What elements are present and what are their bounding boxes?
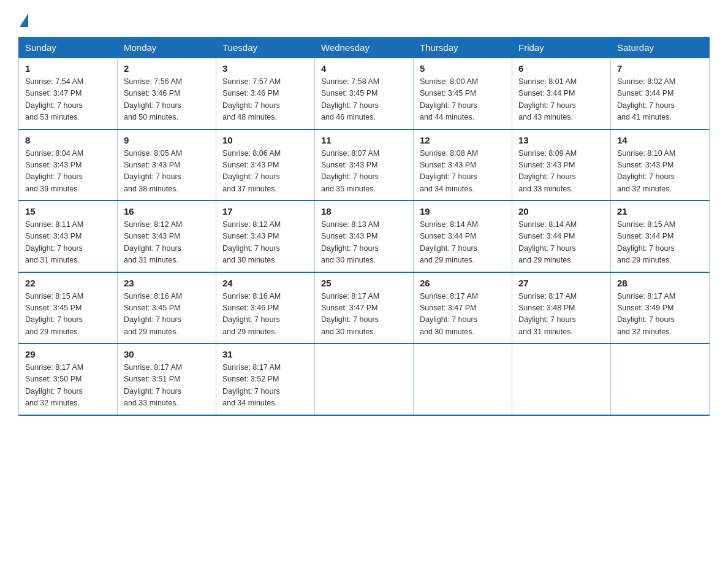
calendar-cell: 9 Sunrise: 8:05 AMSunset: 3:43 PMDayligh… (118, 129, 216, 201)
calendar-cell: 10 Sunrise: 8:06 AMSunset: 3:43 PMDaylig… (216, 129, 315, 201)
day-info: Sunrise: 8:17 AMSunset: 3:47 PMDaylight:… (420, 292, 478, 336)
day-info: Sunrise: 8:17 AMSunset: 3:47 PMDaylight:… (321, 292, 379, 336)
calendar-cell (512, 343, 611, 415)
day-number: 24 (222, 278, 308, 288)
day-number: 8 (25, 135, 111, 145)
calendar-cell (315, 343, 414, 415)
day-number: 27 (518, 278, 604, 288)
calendar-header-sunday: Sunday (19, 37, 118, 58)
day-number: 7 (617, 63, 703, 74)
calendar-cell: 8 Sunrise: 8:04 AMSunset: 3:43 PMDayligh… (19, 129, 118, 201)
day-number: 12 (420, 135, 506, 145)
day-info: Sunrise: 8:01 AMSunset: 3:44 PMDaylight:… (518, 77, 577, 121)
calendar-cell: 4 Sunrise: 7:58 AMSunset: 3:45 PMDayligh… (315, 58, 414, 129)
day-number: 11 (321, 135, 407, 145)
calendar-week-row: 29 Sunrise: 8:17 AMSunset: 3:50 PMDaylig… (19, 343, 710, 415)
day-number: 6 (518, 63, 604, 74)
day-info: Sunrise: 7:58 AMSunset: 3:45 PMDaylight:… (321, 77, 379, 121)
calendar-week-row: 22 Sunrise: 8:15 AMSunset: 3:45 PMDaylig… (19, 272, 710, 344)
day-info: Sunrise: 8:07 AMSunset: 3:43 PMDaylight:… (321, 149, 379, 193)
calendar-cell: 25 Sunrise: 8:17 AMSunset: 3:47 PMDaylig… (315, 272, 414, 344)
calendar-cell: 6 Sunrise: 8:01 AMSunset: 3:44 PMDayligh… (512, 58, 611, 129)
calendar-header-row: SundayMondayTuesdayWednesdayThursdayFrid… (19, 37, 710, 58)
day-info: Sunrise: 8:16 AMSunset: 3:46 PMDaylight:… (222, 292, 281, 336)
calendar-cell (414, 343, 512, 415)
day-info: Sunrise: 8:08 AMSunset: 3:43 PMDaylight:… (420, 149, 478, 193)
calendar-cell: 30 Sunrise: 8:17 AMSunset: 3:51 PMDaylig… (118, 343, 216, 415)
day-number: 23 (124, 278, 210, 288)
day-info: Sunrise: 8:17 AMSunset: 3:48 PMDaylight:… (518, 292, 577, 336)
day-number: 2 (124, 63, 210, 74)
day-number: 19 (420, 206, 506, 216)
day-number: 20 (518, 206, 604, 216)
page-header (18, 12, 710, 26)
day-info: Sunrise: 8:14 AMSunset: 3:44 PMDaylight:… (420, 220, 478, 264)
calendar-cell: 13 Sunrise: 8:09 AMSunset: 3:43 PMDaylig… (512, 129, 611, 201)
calendar-header-wednesday: Wednesday (315, 37, 414, 58)
calendar-cell: 18 Sunrise: 8:13 AMSunset: 3:43 PMDaylig… (315, 201, 414, 272)
day-number: 1 (25, 63, 111, 74)
day-info: Sunrise: 8:02 AMSunset: 3:44 PMDaylight:… (617, 77, 675, 121)
calendar-cell (611, 343, 710, 415)
day-number: 14 (617, 135, 703, 145)
calendar-table: SundayMondayTuesdayWednesdayThursdayFrid… (18, 37, 710, 416)
calendar-cell: 20 Sunrise: 8:14 AMSunset: 3:44 PMDaylig… (512, 201, 611, 272)
calendar-cell: 28 Sunrise: 8:17 AMSunset: 3:49 PMDaylig… (611, 272, 710, 344)
day-number: 13 (518, 135, 604, 145)
day-number: 9 (124, 135, 210, 145)
day-info: Sunrise: 8:12 AMSunset: 3:43 PMDaylight:… (124, 220, 182, 264)
calendar-cell: 5 Sunrise: 8:00 AMSunset: 3:45 PMDayligh… (414, 58, 512, 129)
day-number: 29 (25, 349, 111, 359)
calendar-cell: 14 Sunrise: 8:10 AMSunset: 3:43 PMDaylig… (611, 129, 710, 201)
calendar-cell: 11 Sunrise: 8:07 AMSunset: 3:43 PMDaylig… (315, 129, 414, 201)
day-info: Sunrise: 8:06 AMSunset: 3:43 PMDaylight:… (222, 149, 281, 193)
logo (18, 12, 29, 26)
calendar-cell: 17 Sunrise: 8:12 AMSunset: 3:43 PMDaylig… (216, 201, 315, 272)
day-number: 16 (124, 206, 210, 216)
day-info: Sunrise: 8:10 AMSunset: 3:43 PMDaylight:… (617, 149, 675, 193)
day-info: Sunrise: 8:05 AMSunset: 3:43 PMDaylight:… (124, 149, 182, 193)
day-number: 26 (420, 278, 506, 288)
calendar-header-saturday: Saturday (611, 37, 710, 58)
day-number: 17 (222, 206, 308, 216)
day-info: Sunrise: 7:56 AMSunset: 3:46 PMDaylight:… (124, 77, 182, 121)
calendar-cell: 7 Sunrise: 8:02 AMSunset: 3:44 PMDayligh… (611, 58, 710, 129)
calendar-header-monday: Monday (118, 37, 216, 58)
calendar-cell: 1 Sunrise: 7:54 AMSunset: 3:47 PMDayligh… (19, 58, 118, 129)
day-number: 30 (124, 349, 210, 359)
day-info: Sunrise: 8:15 AMSunset: 3:44 PMDaylight:… (617, 220, 675, 264)
day-number: 22 (25, 278, 111, 288)
calendar-cell: 2 Sunrise: 7:56 AMSunset: 3:46 PMDayligh… (118, 58, 216, 129)
day-number: 5 (420, 63, 506, 74)
day-info: Sunrise: 8:17 AMSunset: 3:52 PMDaylight:… (222, 363, 281, 407)
calendar-cell: 31 Sunrise: 8:17 AMSunset: 3:52 PMDaylig… (216, 343, 315, 415)
calendar-header-thursday: Thursday (414, 37, 512, 58)
calendar-cell: 24 Sunrise: 8:16 AMSunset: 3:46 PMDaylig… (216, 272, 315, 344)
calendar-cell: 16 Sunrise: 8:12 AMSunset: 3:43 PMDaylig… (118, 201, 216, 272)
calendar-cell: 15 Sunrise: 8:11 AMSunset: 3:43 PMDaylig… (19, 201, 118, 272)
day-info: Sunrise: 8:11 AMSunset: 3:43 PMDaylight:… (25, 220, 83, 264)
calendar-week-row: 8 Sunrise: 8:04 AMSunset: 3:43 PMDayligh… (19, 129, 710, 201)
day-number: 15 (25, 206, 111, 216)
day-number: 31 (222, 349, 308, 359)
day-info: Sunrise: 8:17 AMSunset: 3:50 PMDaylight:… (25, 363, 83, 407)
day-info: Sunrise: 7:54 AMSunset: 3:47 PMDaylight:… (25, 77, 83, 121)
calendar-cell: 23 Sunrise: 8:16 AMSunset: 3:45 PMDaylig… (118, 272, 216, 344)
calendar-cell: 19 Sunrise: 8:14 AMSunset: 3:44 PMDaylig… (414, 201, 512, 272)
calendar-cell: 29 Sunrise: 8:17 AMSunset: 3:50 PMDaylig… (19, 343, 118, 415)
calendar-cell: 12 Sunrise: 8:08 AMSunset: 3:43 PMDaylig… (414, 129, 512, 201)
day-info: Sunrise: 8:13 AMSunset: 3:43 PMDaylight:… (321, 220, 379, 264)
day-info: Sunrise: 8:12 AMSunset: 3:43 PMDaylight:… (222, 220, 281, 264)
day-number: 21 (617, 206, 703, 216)
day-number: 10 (222, 135, 308, 145)
day-info: Sunrise: 8:16 AMSunset: 3:45 PMDaylight:… (124, 292, 182, 336)
day-info: Sunrise: 8:04 AMSunset: 3:43 PMDaylight:… (25, 149, 83, 193)
day-info: Sunrise: 8:17 AMSunset: 3:49 PMDaylight:… (617, 292, 675, 336)
day-number: 3 (222, 63, 308, 74)
calendar-cell: 27 Sunrise: 8:17 AMSunset: 3:48 PMDaylig… (512, 272, 611, 344)
day-number: 18 (321, 206, 407, 216)
calendar-header-tuesday: Tuesday (216, 37, 315, 58)
calendar-cell: 26 Sunrise: 8:17 AMSunset: 3:47 PMDaylig… (414, 272, 512, 344)
day-info: Sunrise: 8:09 AMSunset: 3:43 PMDaylight:… (518, 149, 577, 193)
calendar-cell: 3 Sunrise: 7:57 AMSunset: 3:46 PMDayligh… (216, 58, 315, 129)
